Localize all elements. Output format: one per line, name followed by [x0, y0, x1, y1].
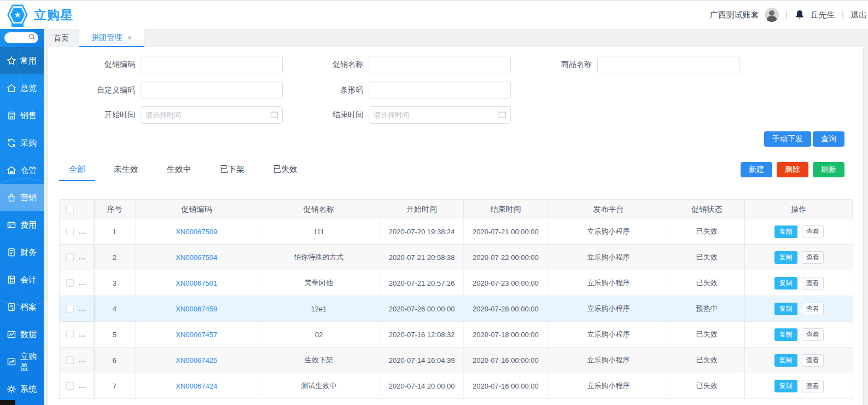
copy-button[interactable]: 复制	[774, 328, 797, 341]
sidebar-item[interactable]: 销售	[0, 102, 44, 129]
divider: |	[784, 10, 789, 20]
sidebar-item[interactable]: 立购盈	[0, 348, 44, 375]
marketing-icon	[7, 193, 16, 202]
cell-end-time: 2020-07-16 00:00:00	[464, 348, 548, 373]
view-button[interactable]: 查看	[802, 251, 824, 264]
row-checkbox[interactable]	[66, 382, 74, 390]
cell-end-time: 2020-07-28 00:00:00	[464, 296, 548, 321]
row-checkbox[interactable]	[66, 253, 74, 261]
cell-actions: 复制 查看	[744, 373, 853, 398]
promo-code-link[interactable]: XN00067509	[176, 228, 217, 236]
content-area: 促销编码 促销名称	[44, 47, 868, 405]
filter-field-input[interactable]	[597, 56, 739, 73]
filter-field-input[interactable]	[141, 56, 283, 73]
calendar-icon[interactable]	[498, 111, 506, 121]
row-ellipsis: ...	[79, 305, 86, 313]
sidebar-item[interactable]: 财务	[0, 239, 44, 266]
status-tab[interactable]: 未生效	[104, 160, 148, 181]
filter-field: 开始时间	[75, 106, 283, 124]
cell-promo-code: XN00067457	[136, 322, 258, 347]
filter-field-input[interactable]	[369, 106, 511, 124]
status-tab[interactable]: 已失效	[263, 160, 307, 181]
app-window: ★ 立购星 广西测试账套 | 丘先生 | 退出	[0, 0, 868, 405]
row-checkbox[interactable]	[66, 305, 74, 313]
user-name[interactable]: 丘先生	[811, 10, 835, 20]
view-button[interactable]: 查看	[802, 303, 824, 315]
cell-actions: 复制 查看	[744, 270, 853, 296]
cell-promo-code: XN00067504	[136, 245, 258, 270]
manual-send-button[interactable]: 手动下发	[764, 131, 811, 147]
row-checkbox-cell: ...	[60, 322, 94, 347]
cell-promo-code: XN00067501	[136, 270, 258, 296]
copy-button[interactable]: 复制	[774, 277, 797, 290]
promo-code-link[interactable]: XN00067457	[176, 331, 217, 339]
logout-button[interactable]: 退出	[850, 10, 867, 20]
new-button[interactable]: 新建	[741, 162, 772, 177]
status-tab[interactable]: 生效中	[157, 160, 201, 181]
delete-button[interactable]: 删除	[777, 162, 808, 177]
sidebar-item[interactable]: 数据	[0, 321, 44, 348]
page-tab[interactable]: 拼团管理 ×	[79, 29, 144, 47]
copy-button[interactable]: 复制	[774, 303, 797, 315]
table-row: ... 1 XN00067509 111 2020-07-20 19:38:24…	[59, 219, 853, 245]
status-tab[interactable]: 已下架	[210, 160, 254, 181]
promo-code-link[interactable]: XN00067501	[176, 279, 217, 287]
sidebar-item[interactable]: 费用	[0, 211, 44, 239]
divider: |	[841, 10, 845, 20]
promo-code-link[interactable]: XN00067425	[176, 356, 217, 364]
sidebar-item[interactable]: 会计	[0, 266, 44, 293]
row-checkbox[interactable]	[66, 356, 74, 364]
search-input[interactable]	[4, 32, 38, 43]
cell-start-time: 2020-07-16 12:08:32	[380, 322, 464, 347]
cell-status: 已失效	[669, 322, 744, 347]
row-checkbox[interactable]	[66, 279, 74, 287]
table-row: ... 3 XN00067501 梵蒂冈他 2020-07-21 20:57:2…	[59, 270, 853, 296]
promo-code-link[interactable]: XN00067504	[176, 253, 217, 262]
promo-code-link[interactable]: XN00067424	[176, 382, 217, 390]
view-button[interactable]: 查看	[802, 277, 824, 290]
view-button[interactable]: 查看	[802, 380, 824, 392]
row-checkbox[interactable]	[66, 331, 74, 338]
copy-button[interactable]: 复制	[774, 251, 797, 264]
sidebar-item[interactable]: 系统	[0, 375, 44, 403]
filter-field-input[interactable]	[369, 82, 511, 99]
row-checkbox[interactable]	[66, 228, 74, 235]
filter-field-input[interactable]	[141, 82, 283, 99]
sidebar-item[interactable]: 营销	[0, 184, 44, 211]
cell-platform: 立乐购小程序	[548, 348, 670, 373]
cell-status: 已失效	[669, 270, 744, 296]
copy-button[interactable]: 复制	[774, 380, 797, 392]
copy-button[interactable]: 复制	[774, 225, 797, 238]
filter-field-input[interactable]	[369, 56, 511, 73]
page-tab[interactable]: 首页 ×	[44, 29, 79, 47]
sidebar-item-label: 仓管	[20, 165, 37, 176]
sidebar-item[interactable]: 总览	[0, 74, 44, 102]
vertical-scrollbar[interactable]	[863, 47, 868, 405]
sidebar-item[interactable]: 常用	[0, 47, 44, 74]
sidebar-item[interactable]: 采购	[0, 129, 44, 157]
query-button[interactable]: 查询	[813, 131, 844, 147]
close-icon[interactable]: ×	[127, 34, 132, 42]
select-all-checkbox[interactable]	[66, 206, 74, 213]
cell-end-time: 2020-07-22 00:00:00	[464, 245, 548, 270]
cell-start-time: 2020-07-14 16:04:39	[380, 348, 464, 373]
sidebar-item-label: 会计	[20, 275, 37, 285]
refresh-button[interactable]: 刷新	[813, 162, 844, 177]
filter-field-input[interactable]	[141, 106, 283, 124]
copy-button[interactable]: 复制	[774, 354, 797, 367]
customer-service-avatar[interactable]	[765, 8, 779, 22]
calendar-icon[interactable]	[270, 111, 278, 121]
sidebar-item[interactable]: 仓管	[0, 157, 44, 184]
promo-code-link[interactable]: XN00067459	[176, 305, 217, 313]
page-tab-bar: 首页 × 拼团管理 ×	[0, 29, 868, 47]
view-button[interactable]: 查看	[802, 354, 824, 367]
table-row: ... 2 XN00067504 怕你特殊的方式 2020-07-21 20:5…	[59, 245, 853, 270]
bell-icon[interactable]	[794, 9, 805, 20]
filter-field-label: 自定义编码	[75, 85, 135, 95]
cell-start-time: 2020-07-14 20:00:00	[380, 373, 464, 398]
view-button[interactable]: 查看	[802, 328, 824, 341]
sidebar-item[interactable]: 档案	[0, 293, 44, 321]
status-tab[interactable]: 全部	[59, 160, 95, 181]
table-header-cell: 操作	[744, 200, 853, 219]
view-button[interactable]: 查看	[802, 225, 824, 238]
